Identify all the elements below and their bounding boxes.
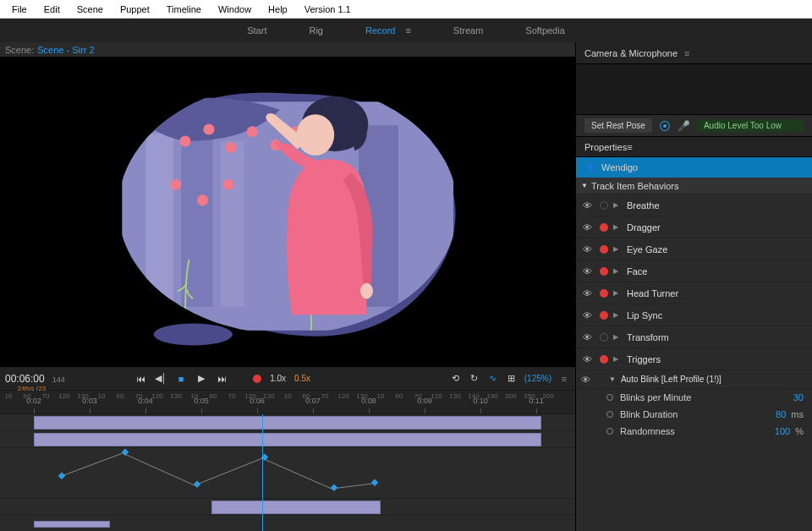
keyframe-icon[interactable]	[606, 394, 613, 401]
svg-rect-4	[221, 141, 244, 307]
param-unit: %	[795, 426, 804, 436]
auto-blink-title: Auto Blink [Left Profile (1!)]	[621, 375, 721, 384]
selected-puppet[interactable]: 👤 Wendigo	[576, 157, 812, 178]
record-icon[interactable]	[253, 375, 261, 383]
play-icon[interactable]: ▶	[195, 373, 207, 385]
timeline-tracks[interactable]	[0, 414, 575, 531]
behavior-row[interactable]: 👁▶Breathe	[576, 194, 812, 216]
record-arm-icon[interactable]	[600, 311, 608, 320]
waveform-icon[interactable]: ∿	[487, 373, 499, 385]
mode-rig[interactable]: Rig	[309, 25, 323, 36]
visibility-icon[interactable]: 👁	[583, 354, 595, 364]
expand-icon[interactable]: ▶	[613, 289, 622, 297]
set-rest-pose-button[interactable]: Set Rest Pose	[584, 118, 652, 133]
camera-icon[interactable]: ⦿	[659, 119, 671, 133]
loop-icon[interactable]: ⟲	[450, 373, 462, 385]
skip-back-icon[interactable]: ⏮	[134, 373, 146, 385]
timeline-header: 00:06:00 144 24fps (23 actual) ⏮ ◀│ ■ ▶ …	[0, 367, 575, 391]
visibility-icon[interactable]: 👁	[583, 266, 595, 276]
record-arm-icon[interactable]	[600, 333, 608, 342]
record-arm-icon[interactable]	[600, 245, 608, 254]
visibility-icon[interactable]: 👁	[583, 244, 595, 255]
keyframe-icon[interactable]	[606, 411, 613, 418]
playback-rate[interactable]: 1.0x	[270, 374, 286, 383]
keyframe-icon[interactable]	[606, 428, 613, 435]
visibility-icon[interactable]: 👁	[583, 310, 595, 320]
behavior-name: Transform	[627, 332, 805, 342]
visibility-icon[interactable]: 👁	[583, 222, 595, 233]
grid-icon[interactable]: ⊞	[506, 373, 518, 385]
mode-softpedia[interactable]: Softpedia	[525, 25, 564, 36]
menu-icon[interactable]: ≡	[558, 373, 570, 385]
playback-rate-fine[interactable]: 0.5x	[294, 374, 310, 383]
menu-scene[interactable]: Scene	[70, 3, 110, 16]
viewport[interactable]	[0, 57, 575, 366]
menu-window[interactable]: Window	[211, 3, 258, 16]
record-arm-icon[interactable]	[600, 223, 608, 232]
behavior-row[interactable]: 👁▶Transform	[576, 326, 812, 348]
properties-title: Properties	[584, 142, 627, 152]
expand-icon[interactable]: ▶	[613, 245, 622, 253]
param-row[interactable]: Blinks per Minute30	[576, 389, 812, 406]
skip-fwd-icon[interactable]: ⏭	[216, 373, 228, 385]
param-value[interactable]: 80	[776, 409, 786, 419]
visibility-icon[interactable]: 👁	[583, 332, 595, 342]
behavior-name: Face	[627, 266, 805, 276]
expand-icon[interactable]: ▶	[613, 355, 622, 363]
scene-name[interactable]: Scene - Sirr 2	[37, 45, 94, 55]
playhead[interactable]	[262, 414, 263, 531]
record-arm-icon[interactable]	[600, 201, 608, 210]
zoom-level[interactable]: (125%)	[524, 374, 551, 383]
expand-icon[interactable]: ▶	[613, 311, 622, 319]
menu-puppet[interactable]: Puppet	[113, 3, 156, 16]
menu-timeline[interactable]: Timeline	[160, 3, 208, 16]
panel-menu-icon[interactable]: ≡	[684, 48, 689, 58]
behavior-row[interactable]: 👁▶Face	[576, 260, 812, 282]
param-value[interactable]: 100	[775, 426, 790, 436]
visibility-icon[interactable]: 👁	[583, 200, 595, 211]
record-arm-icon[interactable]	[600, 267, 608, 276]
mode-menu-icon[interactable]: ≡	[405, 25, 410, 36]
visibility-icon[interactable]: 👁	[581, 375, 590, 385]
param-row[interactable]: Randomness100%	[576, 423, 812, 440]
behaviors-section-title: Track Item Behaviors	[591, 181, 679, 191]
behavior-name: Triggers	[627, 354, 805, 364]
timeline-panel: 00:06:00 144 24fps (23 actual) ⏮ ◀│ ■ ▶ …	[0, 366, 575, 531]
expand-icon[interactable]: ▶	[613, 201, 622, 209]
mode-record[interactable]: Record	[365, 25, 395, 36]
properties-menu-icon[interactable]: ≡	[627, 142, 632, 152]
stop-icon[interactable]: ■	[175, 373, 187, 385]
step-back-icon[interactable]: ◀│	[155, 373, 167, 385]
microphone-icon[interactable]: 🎤	[678, 120, 690, 132]
auto-blink-header[interactable]: 👁 ▼ Auto Blink [Left Profile (1!)]	[576, 370, 812, 389]
expand-icon[interactable]: ▶	[613, 223, 622, 231]
cycle-icon[interactable]: ↻	[469, 373, 480, 385]
auto-blink-params: Blinks per Minute30Blink Duration80msRan…	[576, 389, 812, 440]
param-value[interactable]: 30	[793, 392, 804, 402]
behavior-name: Breathe	[627, 200, 805, 211]
expand-icon[interactable]: ▶	[613, 267, 622, 275]
behavior-row[interactable]: 👁▶Head Turner	[576, 282, 812, 304]
behaviors-section[interactable]: ▼ Track Item Behaviors	[576, 178, 812, 194]
menu-edit[interactable]: Edit	[37, 3, 67, 16]
behavior-row[interactable]: 👁▶Triggers	[576, 348, 812, 370]
timecode[interactable]: 00:06:00	[5, 373, 45, 385]
puppet-icon: 👤	[584, 162, 596, 173]
behavior-row[interactable]: 👁▶Dragger	[576, 216, 812, 238]
expand-icon[interactable]: ▶	[613, 333, 622, 341]
svg-point-18	[153, 323, 232, 345]
menu-help[interactable]: Help	[261, 3, 294, 16]
menu-version11[interactable]: Version 1.1	[298, 3, 358, 16]
collapse-icon: ▼	[581, 182, 588, 189]
record-arm-icon[interactable]	[600, 289, 608, 298]
mode-stream[interactable]: Stream	[453, 25, 483, 36]
visibility-icon[interactable]: 👁	[583, 288, 595, 298]
menu-file[interactable]: File	[5, 3, 34, 16]
behavior-row[interactable]: 👁▶Eye Gaze	[576, 238, 812, 260]
param-row[interactable]: Blink Duration80ms	[576, 406, 812, 423]
timeline-ruler[interactable]: 1060701201301060701201301060701201301060…	[0, 391, 575, 414]
mode-start[interactable]: Start	[247, 25, 266, 36]
behavior-row[interactable]: 👁▶Lip Sync	[576, 304, 812, 326]
param-name: Blink Duration	[620, 409, 772, 419]
record-arm-icon[interactable]	[600, 355, 608, 364]
